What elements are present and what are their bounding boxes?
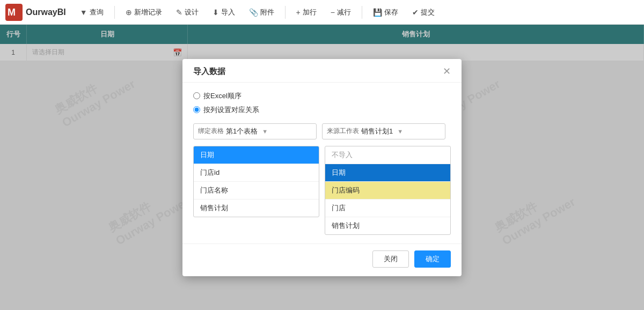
modal-body: 按Excel顺序 按列设置对应关系 绑定表格 第1个表格 ▼ 来源	[182, 83, 462, 243]
logo: M OurwayBI	[5, 4, 66, 21]
remove-row-icon: −	[331, 8, 335, 17]
left-list-item-left-3[interactable]: 销售计划	[194, 200, 319, 217]
radio-col-mapping[interactable]: 按列设置对应关系	[193, 105, 451, 115]
chevron-down-icon-2: ▼	[397, 128, 403, 135]
right-select[interactable]: 来源工作表 销售计划1 ▼	[322, 123, 445, 139]
right-mapping-col: 不导入日期门店编码门店销售计划	[325, 146, 451, 235]
attachment-icon: 📎	[249, 8, 258, 17]
separator3	[362, 6, 362, 19]
radio-group: 按Excel顺序 按列设置对应关系	[193, 91, 451, 115]
query-button[interactable]: ▼ 查询	[75, 5, 109, 20]
left-list-item-left-1[interactable]: 门店id	[194, 164, 319, 182]
design-icon: ✎	[176, 8, 182, 17]
separator	[114, 6, 115, 19]
radio-excel-order-input[interactable]	[193, 92, 200, 99]
right-list-item-right-2[interactable]: 门店编码	[325, 182, 450, 200]
logo-icon: M	[5, 4, 23, 21]
modal-overlay: 导入数据 ✕ 按Excel顺序 按列设置对应关系	[0, 25, 644, 310]
add-row-icon: +	[296, 8, 301, 17]
import-icon: ⬇	[213, 8, 219, 17]
chevron-down-icon: ▼	[262, 128, 268, 135]
modal-header: 导入数据 ✕	[182, 59, 462, 83]
separator2	[285, 6, 286, 19]
left-list-item-left-2[interactable]: 门店名称	[194, 182, 319, 200]
left-list-item-left-0[interactable]: 日期	[194, 146, 319, 164]
svg-text:M: M	[8, 7, 16, 18]
modal-title: 导入数据	[193, 67, 225, 77]
radio-col-mapping-input[interactable]	[193, 106, 200, 113]
modal-footer: 关闭 确定	[182, 243, 462, 276]
design-button[interactable]: ✎ 设计	[171, 5, 204, 20]
left-select[interactable]: 绑定表格 第1个表格 ▼	[193, 123, 317, 139]
left-mapping-col: 日期门店id门店名称销售计划	[193, 146, 319, 235]
save-button[interactable]: 💾 保存	[368, 5, 404, 20]
mapping-columns: 日期门店id门店名称销售计划 不导入日期门店编码门店销售计划	[193, 146, 451, 235]
right-list-item-right-1[interactable]: 日期	[325, 164, 450, 182]
logo-text: OurwayBI	[26, 8, 66, 17]
radio-excel-order[interactable]: 按Excel顺序	[193, 91, 451, 101]
right-list-item-right-3[interactable]: 门店	[325, 200, 450, 217]
main-area: 奥威软件Ourway Power 奥威软件Ourway Power 奥威软件Ou…	[0, 25, 644, 310]
right-list-item-right-0[interactable]: 不导入	[325, 146, 450, 164]
right-mapping-list: 不导入日期门店编码门店销售计划	[325, 146, 451, 235]
add-record-button[interactable]: ⊕ 新增记录	[120, 5, 167, 20]
import-data-modal: 导入数据 ✕ 按Excel顺序 按列设置对应关系	[182, 59, 462, 276]
remove-row-button[interactable]: − 减行	[325, 5, 356, 20]
attachment-button[interactable]: 📎 附件	[244, 5, 280, 20]
import-button[interactable]: ⬇ 导入	[207, 5, 240, 20]
mapping-row: 绑定表格 第1个表格 ▼ 来源工作表 销售计划1 ▼	[193, 123, 451, 139]
submit-icon: ✔	[412, 8, 419, 17]
add-row-button[interactable]: + 加行	[291, 5, 322, 20]
submit-button[interactable]: ✔ 提交	[407, 5, 440, 20]
confirm-button[interactable]: 确定	[414, 250, 451, 268]
filter-icon: ▼	[80, 8, 87, 17]
toolbar: M OurwayBI ▼ 查询 ⊕ 新增记录 ✎ 设计 ⬇ 导入 📎 附件 + …	[0, 0, 644, 25]
plus-circle-icon: ⊕	[126, 8, 132, 17]
left-mapping-list: 日期门店id门店名称销售计划	[193, 146, 319, 217]
save-icon: 💾	[373, 8, 382, 17]
modal-close-button[interactable]: ✕	[443, 67, 451, 76]
close-button[interactable]: 关闭	[372, 250, 409, 268]
right-list-item-right-4[interactable]: 销售计划	[325, 217, 450, 234]
